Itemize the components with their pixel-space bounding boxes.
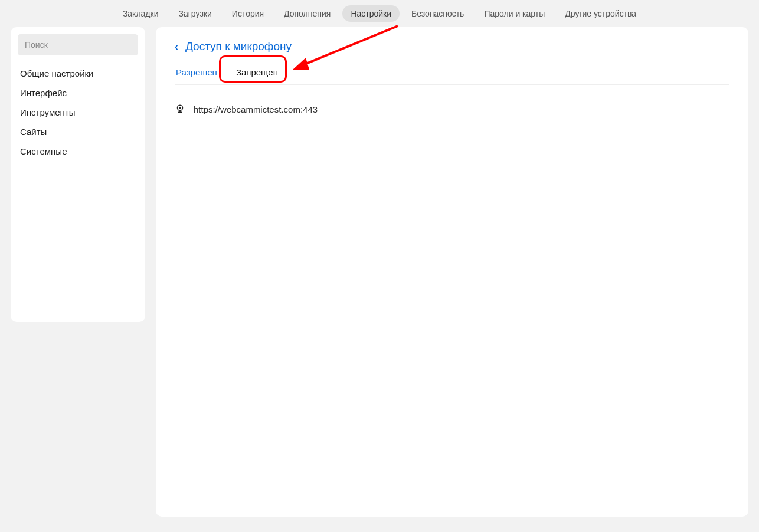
nav-history[interactable]: История [224,5,272,22]
tab-denied[interactable]: Запрещен [235,61,279,84]
nav-security[interactable]: Безопасность [403,5,472,22]
sidebar-item-system[interactable]: Системные [18,142,138,161]
sidebar: Общие настройки Интерфейс Инструменты Са… [11,27,145,322]
sidebar-item-general[interactable]: Общие настройки [18,64,138,83]
permission-tabs: Разрешен Запрещен [175,61,729,85]
sidebar-item-tools[interactable]: Инструменты [18,103,138,122]
main-panel: ‹ Доступ к микрофону Разрешен Запрещен h… [156,27,748,517]
nav-other-devices[interactable]: Другие устройства [557,5,645,22]
nav-settings[interactable]: Настройки [342,5,400,22]
sites-list: https://webcammictest.com:443 [175,100,729,118]
nav-passwords[interactable]: Пароли и карты [476,5,553,22]
site-url: https://webcammictest.com:443 [194,104,318,114]
page-title: Доступ к микрофону [185,40,292,53]
sidebar-item-sites[interactable]: Сайты [18,122,138,142]
svg-point-1 [179,107,181,109]
nav-bookmarks[interactable]: Закладки [114,5,167,22]
list-item[interactable]: https://webcammictest.com:443 [175,100,729,118]
top-nav: Закладки Загрузки История Дополнения Нас… [0,0,759,27]
tab-allowed[interactable]: Разрешен [175,61,218,84]
back-to-microphone-access[interactable]: ‹ Доступ к микрофону [175,40,729,53]
chevron-left-icon: ‹ [175,41,178,53]
sidebar-item-interface[interactable]: Интерфейс [18,83,138,103]
nav-downloads[interactable]: Загрузки [170,5,220,22]
webcam-icon [175,104,185,114]
nav-addons[interactable]: Дополнения [276,5,339,22]
search-input[interactable] [18,34,138,55]
